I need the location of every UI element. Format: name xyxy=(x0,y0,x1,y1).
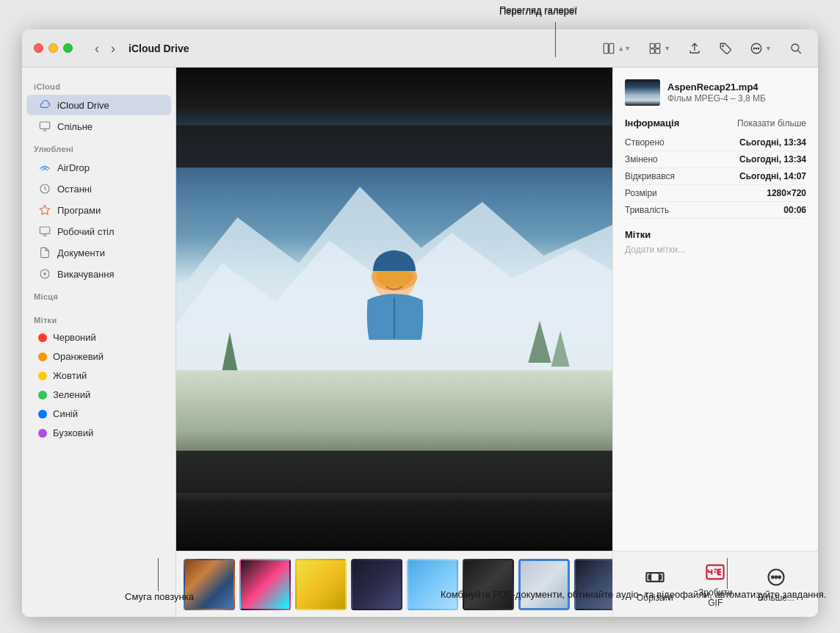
thumbnail-item[interactable] xyxy=(574,559,612,610)
main-content: iCloud iCloud Drive Спільне xyxy=(22,68,818,617)
thumbnail-item[interactable] xyxy=(239,559,291,610)
gif-label: Зробити GIF xyxy=(691,587,740,608)
svg-line-12 xyxy=(798,50,801,53)
more-icon xyxy=(750,42,763,55)
info-label-size: Розміри xyxy=(625,188,657,198)
grid-view-button[interactable]: ▼ xyxy=(645,40,674,57)
file-thumbnail xyxy=(625,79,660,106)
apps-icon xyxy=(38,203,51,217)
sidebar-item-tag-green[interactable]: Зелений xyxy=(26,386,171,404)
finder-window: ‹ › iCloud Drive ▲▼ ▼ xyxy=(22,29,818,617)
info-label-opened: Відкривався xyxy=(625,171,675,181)
sidebar-item-shared-label: Спільне xyxy=(57,121,93,132)
thumbnail-item-selected[interactable] xyxy=(518,559,570,610)
tag-button[interactable] xyxy=(715,40,736,57)
svg-rect-0 xyxy=(604,43,609,54)
svg-point-8 xyxy=(753,48,755,49)
forward-button[interactable]: › xyxy=(106,40,120,57)
svg-marker-15 xyxy=(40,205,49,214)
annotation-gallery-view: Перегляд галереї xyxy=(499,4,577,17)
sidebar-item-tag-purple-label: Бузковий xyxy=(53,427,93,438)
sidebar-item-airdrop[interactable]: AirDrop xyxy=(26,157,171,178)
thumbnail-item[interactable] xyxy=(463,559,514,610)
maximize-button[interactable] xyxy=(63,43,73,53)
info-panel: AspenRecap21.mp4 Фільм MPEG-4 – 3,8 МБ І… xyxy=(612,68,818,551)
gif-icon xyxy=(703,560,727,584)
info-label-duration: Тривалість xyxy=(625,205,669,215)
gallery-view-icon xyxy=(602,42,615,55)
sidebar-item-desktop-label: Робочий стіл xyxy=(57,226,115,237)
file-header: AspenRecap21.mp4 Фільм MPEG-4 – 3,8 МБ xyxy=(625,79,806,106)
close-button[interactable] xyxy=(34,43,43,53)
sidebar-item-tag-blue[interactable]: Синій xyxy=(26,405,171,423)
info-row-size: Розміри 1280×720 xyxy=(625,185,806,202)
info-value-size: 1280×720 xyxy=(767,188,806,198)
info-section-header: Інформація Показати більше xyxy=(625,117,806,129)
show-more-button[interactable]: Показати більше xyxy=(737,118,806,129)
sidebar-section-tags: Мітки xyxy=(22,308,175,328)
back-button[interactable]: ‹ xyxy=(90,40,104,57)
thumbnail-strip[interactable] xyxy=(176,551,612,617)
tag-icon xyxy=(719,42,732,55)
svg-rect-16 xyxy=(40,227,49,234)
documents-icon xyxy=(38,246,51,259)
sidebar-item-apps[interactable]: Програми xyxy=(26,200,171,220)
sidebar-item-apps-label: Програми xyxy=(57,205,101,216)
sidebar-item-tag-purple[interactable]: Бузковий xyxy=(26,424,171,442)
sidebar-item-documents[interactable]: Документи xyxy=(26,242,171,263)
svg-rect-32 xyxy=(648,575,651,580)
sidebar-item-icloud-drive[interactable]: iCloud Drive xyxy=(26,95,171,115)
tags-section: Мітки Додати мітки... xyxy=(625,229,806,255)
gif-button[interactable]: Зробити GIF xyxy=(682,554,749,614)
svg-point-10 xyxy=(758,48,759,49)
search-button[interactable] xyxy=(786,40,806,57)
minimize-button[interactable] xyxy=(48,43,58,53)
svg-point-38 xyxy=(778,576,781,579)
info-label-created: Створено xyxy=(625,137,665,148)
thumbnail-item[interactable] xyxy=(184,559,235,610)
titlebar: ‹ › iCloud Drive ▲▼ ▼ xyxy=(22,29,818,68)
svg-rect-5 xyxy=(656,48,660,53)
sidebar-item-recent[interactable]: Останні xyxy=(26,178,171,199)
trim-button[interactable]: Обрізати xyxy=(628,560,682,609)
grid-view-icon xyxy=(648,42,662,55)
info-value-opened: Сьогодні, 14:07 xyxy=(739,171,806,181)
tag-green-dot xyxy=(38,391,47,399)
svg-point-37 xyxy=(775,576,778,579)
grid-chevron: ▼ xyxy=(664,45,670,52)
sidebar-item-tag-blue-label: Синій xyxy=(53,408,78,419)
tags-input-placeholder[interactable]: Додати мітки... xyxy=(625,245,806,255)
sidebar-item-tag-orange[interactable]: Оранжевий xyxy=(26,347,171,366)
gallery-main-view[interactable] xyxy=(176,68,612,551)
downloads-icon xyxy=(38,267,51,281)
sidebar: iCloud iCloud Drive Спільне xyxy=(22,68,176,617)
sidebar-item-desktop[interactable]: Робочий стіл xyxy=(26,221,171,242)
tags-title: Мітки xyxy=(625,229,806,240)
sidebar-item-downloads[interactable]: Викачування xyxy=(26,264,171,284)
recent-icon xyxy=(38,182,51,195)
info-value-modified: Сьогодні, 13:34 xyxy=(739,154,806,164)
skier-illustration xyxy=(176,68,612,551)
thumbnail-item[interactable] xyxy=(407,559,458,610)
bottom-row: Обрізати Зробити GIF xyxy=(176,551,818,617)
file-name: AspenRecap21.mp4 xyxy=(667,82,766,94)
more-button[interactable]: ▼ xyxy=(746,40,775,57)
sidebar-item-documents-label: Документи xyxy=(57,247,105,258)
thumbnail-item[interactable] xyxy=(351,559,402,610)
tag-red-dot xyxy=(38,333,47,342)
sidebar-item-tag-red[interactable]: Червоний xyxy=(26,328,171,347)
sidebar-section-icloud: iCloud xyxy=(22,75,175,94)
info-value-duration: 00:06 xyxy=(783,205,806,215)
video-frame xyxy=(176,68,612,551)
traffic-lights xyxy=(34,43,73,53)
sidebar-item-tag-green-label: Зелений xyxy=(53,389,90,400)
share-button[interactable] xyxy=(684,40,705,57)
thumbnail-item[interactable] xyxy=(295,559,347,610)
sidebar-item-tag-yellow[interactable]: Жовтий xyxy=(26,366,171,385)
gallery-view-button[interactable]: ▲▼ xyxy=(598,40,634,57)
more-actions-button[interactable]: Більше... xyxy=(749,560,803,609)
file-thumb-inner xyxy=(625,79,660,106)
svg-rect-33 xyxy=(659,575,662,580)
sidebar-item-shared[interactable]: Спільне xyxy=(26,116,171,137)
icloud-drive-icon xyxy=(38,98,51,112)
